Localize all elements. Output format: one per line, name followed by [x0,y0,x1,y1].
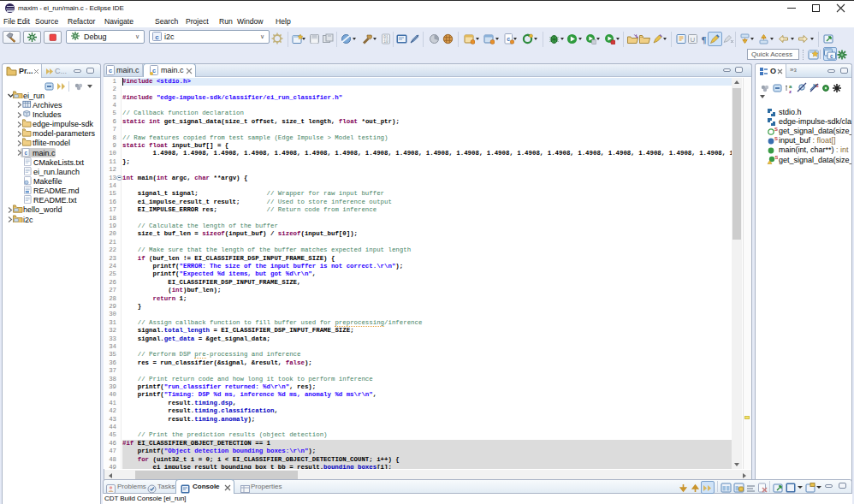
svg-text:U: U [691,36,696,44]
svg-text:z: z [789,89,792,93]
svg-text:10: 10 [383,39,388,44]
svg-text:S: S [775,155,779,160]
svg-text:¶: ¶ [702,34,707,44]
svg-text:c: c [109,67,112,74]
svg-text:c: c [507,36,510,42]
svg-text:S: S [774,136,778,141]
svg-text:c: c [24,149,27,155]
svg-text:S: S [774,127,778,132]
svg-text:c: c [155,33,159,40]
svg-text:c: c [830,53,833,59]
